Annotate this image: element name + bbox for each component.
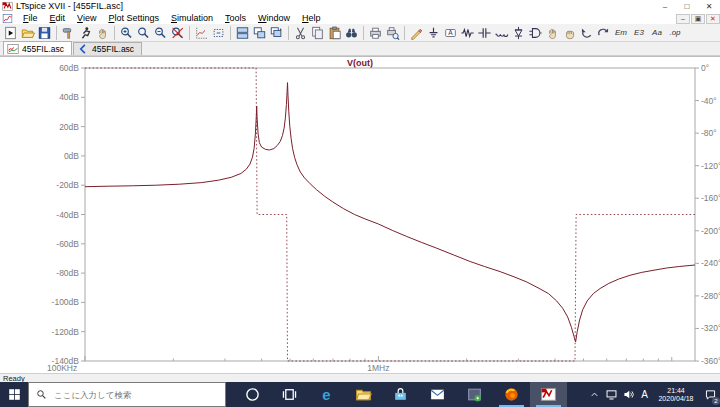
menu-tools[interactable]: Tools <box>219 13 252 23</box>
menu-edit[interactable]: Edit <box>44 13 72 23</box>
ime-indicator[interactable]: A <box>637 382 652 407</box>
minimize-button[interactable]: – <box>654 0 676 13</box>
child-window-icon[interactable] <box>2 14 13 24</box>
zoom-back-icon[interactable] <box>135 25 152 41</box>
svg-text:-280°: -280° <box>701 291 720 301</box>
taskbar-edge-icon[interactable]: e <box>308 382 345 407</box>
tray-chevron-icon[interactable] <box>586 382 603 407</box>
taskbar-firefox-icon[interactable] <box>493 382 530 407</box>
label-icon[interactable]: A <box>442 25 459 41</box>
undo-icon[interactable] <box>578 25 595 41</box>
taskbar-ltspice-icon[interactable] <box>530 382 567 407</box>
cut-icon[interactable] <box>292 25 309 41</box>
waveform-tab-icon <box>7 43 19 55</box>
restore-button[interactable]: □ <box>676 0 698 13</box>
save-icon[interactable] <box>36 25 53 41</box>
diode-icon[interactable] <box>510 25 527 41</box>
svg-text:-320°: -320° <box>701 323 720 333</box>
close-button[interactable]: ✕ <box>698 0 720 13</box>
taskbar-mail-icon[interactable] <box>419 382 456 407</box>
zoom-out-icon[interactable] <box>152 25 169 41</box>
run-man-icon[interactable] <box>77 25 94 41</box>
menu-window[interactable]: Window <box>252 13 296 23</box>
wire-icon[interactable] <box>408 25 425 41</box>
child-close-button[interactable]: ✕ <box>706 14 720 24</box>
menu-plot-settings[interactable]: Plot Settings <box>102 13 165 23</box>
taskbar-task-view-icon[interactable] <box>271 382 308 407</box>
toolbar: AEmE3Aa.op <box>0 24 720 42</box>
component-icon[interactable] <box>527 25 544 41</box>
mirror-icon[interactable]: Em <box>612 25 630 41</box>
spice-directive-icon[interactable]: .op <box>666 25 684 41</box>
network-icon[interactable] <box>603 382 620 407</box>
search-input[interactable] <box>52 389 202 401</box>
svg-text:-160°: -160° <box>701 193 720 203</box>
control-panel-icon[interactable] <box>60 25 77 41</box>
svg-text:100KHz: 100KHz <box>47 363 77 373</box>
drag-icon[interactable] <box>561 25 578 41</box>
child-minimize-button[interactable]: – <box>676 14 690 24</box>
menu-view[interactable]: View <box>71 13 102 23</box>
svg-text:60dB: 60dB <box>59 63 79 73</box>
tile-horizontal-icon[interactable] <box>234 25 251 41</box>
toolbar-separator <box>189 26 190 40</box>
autorange-icon[interactable] <box>193 25 210 41</box>
taskbar-cortana-icon[interactable] <box>234 382 271 407</box>
title-bar: LTspice XVII - [455FIL.asc] – □ ✕ <box>0 0 720 13</box>
capacitor-icon[interactable] <box>476 25 493 41</box>
waveform-plot[interactable]: 60dB40dB20dB0dB-20dB-40dB-60dB-80dB-100d… <box>0 57 720 374</box>
move-icon[interactable] <box>544 25 561 41</box>
svg-text:-40°: -40° <box>701 96 717 106</box>
zoom-in-icon[interactable] <box>118 25 135 41</box>
status-bar: Ready <box>0 373 720 382</box>
text-icon[interactable]: Aa <box>648 25 666 41</box>
inductor-icon[interactable] <box>493 25 510 41</box>
start-button[interactable] <box>0 382 28 407</box>
svg-text:-20dB: -20dB <box>56 180 79 190</box>
volume-icon[interactable] <box>620 382 637 407</box>
toolbar-separator <box>230 26 231 40</box>
toolbar-separator <box>56 26 57 40</box>
paste-icon[interactable] <box>326 25 343 41</box>
tab-label: 455FIL.asc <box>22 44 64 54</box>
tab-bar: 455FIL.asc455FIL.asc <box>0 42 720 56</box>
menu-file[interactable]: File <box>17 13 44 23</box>
menu-help[interactable]: Help <box>296 13 327 23</box>
taskbar-search[interactable] <box>28 382 226 407</box>
svg-text:-360°: -360° <box>701 356 720 366</box>
tab-label: 455FIL.asc <box>92 44 134 54</box>
print-preview-icon[interactable] <box>384 25 401 41</box>
redo-icon[interactable] <box>595 25 612 41</box>
menu-simulation[interactable]: Simulation <box>165 13 219 23</box>
svg-text:-120dB: -120dB <box>52 327 80 337</box>
tile-vertical-icon[interactable] <box>251 25 268 41</box>
taskbar-store-icon[interactable] <box>382 382 419 407</box>
find-icon[interactable] <box>343 25 360 41</box>
print-icon[interactable] <box>367 25 384 41</box>
tab-schematic[interactable]: 455FIL.asc <box>73 42 142 55</box>
taskbar: e A 21:44 2020/04/18 <box>0 382 720 407</box>
ltspice-logo-icon <box>2 1 13 12</box>
svg-text:-200°: -200° <box>701 226 720 236</box>
search-icon <box>36 389 47 400</box>
menu-bar: FileEditViewPlot SettingsSimulationTools… <box>0 13 720 24</box>
open-icon[interactable] <box>19 25 36 41</box>
run-icon[interactable] <box>2 25 19 41</box>
schematic-tab-icon <box>77 43 89 55</box>
zoom-full-icon[interactable] <box>169 25 186 41</box>
tab-waveform[interactable]: 455FIL.asc <box>3 41 72 55</box>
cascade-icon[interactable] <box>268 25 285 41</box>
child-restore-button[interactable]: ▣ <box>691 14 705 24</box>
taskbar-app-icon[interactable] <box>456 382 493 407</box>
ground-icon[interactable] <box>425 25 442 41</box>
halt-icon[interactable] <box>94 25 111 41</box>
svg-text:-240°: -240° <box>701 258 720 268</box>
rotate-icon[interactable]: E3 <box>630 25 648 41</box>
action-center-button[interactable]: 2 <box>700 382 720 407</box>
taskbar-file-explorer-icon[interactable] <box>345 382 382 407</box>
svg-text:A: A <box>448 29 453 36</box>
resistor-icon[interactable] <box>459 25 476 41</box>
taskbar-clock[interactable]: 21:44 2020/04/18 <box>654 387 698 403</box>
copy-icon[interactable] <box>309 25 326 41</box>
zoom-rect-icon[interactable] <box>210 25 227 41</box>
